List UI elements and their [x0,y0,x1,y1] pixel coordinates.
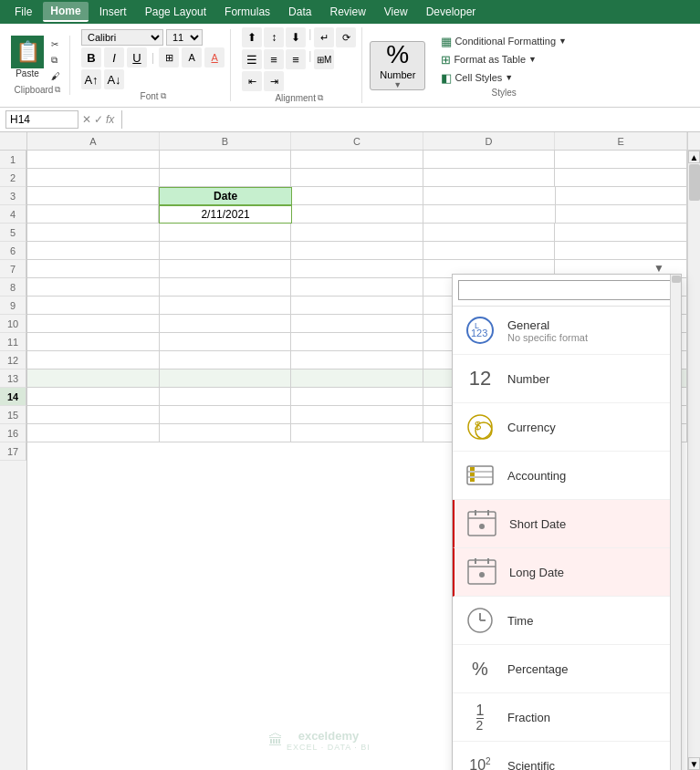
list-item[interactable]: Accounting [453,452,681,500]
font-expand-icon[interactable]: ⧉ [161,91,166,101]
dropdown-search-input[interactable] [458,280,675,300]
cell-e1[interactable] [555,151,687,169]
wrap-text-button[interactable]: ↵ [314,27,334,47]
cut-button[interactable]: ✂ [47,37,64,51]
menu-view[interactable]: View [377,3,415,21]
cell-e5[interactable] [555,224,687,242]
underline-button[interactable]: U [127,47,147,68]
cell-e2[interactable] [555,169,687,187]
bold-button[interactable]: B [81,47,101,68]
list-item[interactable]: Long Date [453,548,681,597]
cell-c1[interactable] [291,151,423,169]
list-item[interactable]: 12 Fraction [453,693,681,742]
align-center-button[interactable]: ≡ [264,49,284,69]
menu-formulas[interactable]: Formulas [217,3,277,21]
indent-decrease-button[interactable]: ⇤ [242,71,262,91]
number-expand-icon[interactable]: ▼ [393,80,402,89]
font-size-select[interactable]: 11 [166,29,203,46]
scroll-track[interactable] [688,163,700,757]
align-bottom-button[interactable]: ⬇ [286,27,306,47]
formula-cancel-btn[interactable]: ✕ [82,113,91,126]
cell-d1[interactable] [423,151,556,169]
align-left-button[interactable]: ☰ [242,49,262,69]
menu-developer[interactable]: Developer [419,3,484,21]
menu-review[interactable]: Review [322,3,372,21]
scroll-thumb[interactable] [689,164,700,201]
cell-e4[interactable] [556,205,687,224]
format-as-table-button[interactable]: ⊞ Format as Table ▼ [438,52,569,68]
format-painter-icon: 🖌 [51,71,60,81]
formula-confirm-btn[interactable]: ✓ [94,113,103,126]
copy-button[interactable]: ⧉ [47,53,64,68]
align-right-button[interactable]: ≡ [286,49,306,69]
name-box[interactable] [5,110,78,129]
list-item[interactable]: L 123 General No specific format [453,307,681,355]
cell-b4-date-value[interactable]: 2/11/2021 [159,205,291,224]
menu-insert[interactable]: Insert [92,3,134,21]
styles-group: ▦ Conditional Formatting ▼ ⊞ Format as T… [433,34,575,98]
short-date-icon [465,507,498,540]
paste-button[interactable]: 📋 Paste [11,36,44,78]
align-top-button[interactable]: ⬆ [242,27,262,47]
cell-d4[interactable] [423,205,555,224]
cell-d5[interactable] [423,224,556,242]
increase-font-button[interactable]: A↑ [81,69,101,89]
list-item[interactable]: 102 Scientific [453,742,681,770]
cell-a1[interactable] [27,151,160,169]
formula-input[interactable] [130,111,695,128]
menu-file[interactable]: File [7,3,39,21]
border-button[interactable]: ⊞ [159,47,179,68]
alignment-group: ⬆ ↕ ⬇ | ↵ ⟳ ☰ ≡ ≡ | ⊞M ⇤ [236,27,362,103]
scroll-down-button[interactable]: ▼ [688,757,700,770]
list-item[interactable]: Short Date [453,500,681,548]
decrease-font-button[interactable]: A↓ [104,69,124,89]
fill-color-button[interactable]: A [182,47,202,68]
scroll-up-button[interactable]: ▲ [688,151,700,163]
cell-b1[interactable] [160,151,292,169]
font-color-button[interactable]: A [204,47,225,68]
menu-home[interactable]: Home [43,2,88,22]
list-item[interactable]: Time [453,597,681,645]
cell-c2[interactable] [291,169,423,187]
merge-button[interactable]: ⊞M [314,49,334,69]
clipboard-expand-icon[interactable]: ⧉ [55,85,60,95]
row-num-2: 2 [0,169,26,187]
cell-a4[interactable] [27,205,159,224]
cell-a5[interactable] [27,224,160,242]
col-header-a: A [27,132,160,150]
cell-c5[interactable] [291,224,423,242]
align-middle-button[interactable]: ↕ [264,27,284,47]
row-num-17: 17 [0,442,26,461]
font-row1: Calibri 11 [81,29,225,46]
alignment-expand-icon[interactable]: ⧉ [318,93,323,103]
orientation-button[interactable]: ⟳ [336,27,356,47]
conditional-formatting-button[interactable]: ▦ Conditional Formatting ▼ [438,34,569,49]
cell-b5[interactable] [160,224,292,242]
cell-d2[interactable] [423,169,556,187]
menu-page-layout[interactable]: Page Layout [138,3,214,21]
list-item[interactable]: $ Currency [453,403,681,452]
italic-button[interactable]: I [104,47,124,68]
formula-fx-btn[interactable]: fx [106,113,114,126]
short-date-label: Short Date [509,517,668,531]
vertical-scrollbar[interactable]: ▲ ▼ [687,151,700,770]
menu-data[interactable]: Data [281,3,319,21]
dropdown-scroll-thumb[interactable] [672,276,681,283]
indent-increase-button[interactable]: ⇥ [264,71,284,91]
cell-e3[interactable] [556,187,687,205]
dropdown-scrollbar[interactable] [670,275,681,770]
cell-styles-button[interactable]: ◧ Cell Styles ▼ [438,70,569,86]
list-item[interactable]: 12 Number [453,355,681,403]
format-painter-button[interactable]: 🖌 [47,69,64,83]
cell-b3-date-header[interactable]: Date [159,187,291,205]
dropdown-search-chevron[interactable]: ▼ [653,262,664,275]
percent-icon[interactable]: % [386,42,409,68]
cell-a2[interactable] [27,169,160,187]
cell-d3[interactable] [423,187,555,205]
cell-a3[interactable] [27,187,159,205]
cell-c4[interactable] [292,205,423,224]
font-name-select[interactable]: Calibri [81,29,163,46]
cell-b2[interactable] [160,169,292,187]
list-item[interactable]: % Percentage [453,645,681,693]
cell-c3[interactable] [292,187,423,205]
